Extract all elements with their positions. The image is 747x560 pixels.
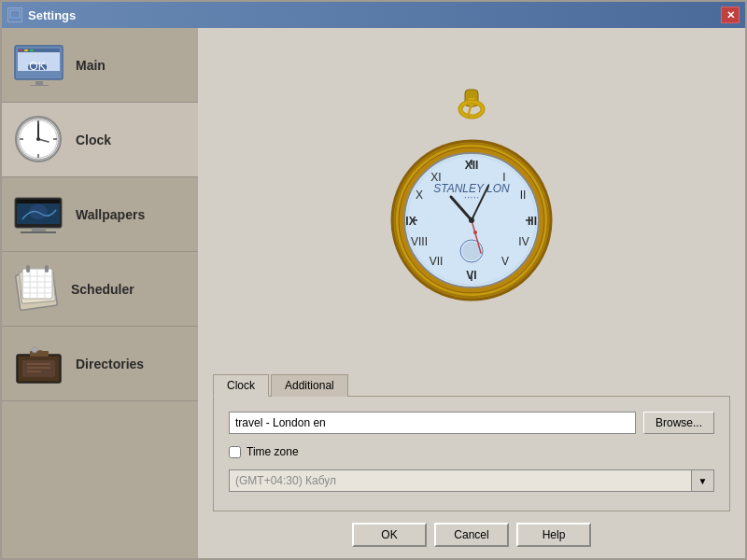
- tab-clock[interactable]: Clock: [213, 374, 269, 397]
- window-icon: [7, 7, 22, 22]
- svg-rect-26: [32, 228, 46, 231]
- main-content: STANLEY LON ····· XII III VI IX I II IV …: [198, 28, 745, 558]
- svg-text:VIII: VIII: [411, 235, 428, 248]
- svg-rect-7: [30, 49, 34, 51]
- pocket-watch-preview: STANLEY LON ····· XII III VI IX I II IV …: [378, 85, 565, 309]
- bottom-bar: OK Cancel Help: [198, 511, 745, 558]
- timezone-dropdown-row: (GMT+04:30) Кабул ▼: [229, 469, 714, 492]
- title-bar: Settings ✕: [2, 2, 745, 28]
- ok-button[interactable]: OK: [352, 523, 427, 547]
- sidebar: OK Main: [2, 28, 198, 558]
- sidebar-item-wallpapers[interactable]: Wallpapers: [2, 177, 198, 252]
- sidebar-main-label: Main: [76, 58, 106, 73]
- browse-button[interactable]: Browse...: [643, 412, 714, 434]
- directories-icon: [13, 342, 64, 386]
- scheduler-icon: [13, 263, 60, 315]
- tab-bar: Clock Additional: [213, 373, 730, 397]
- skin-input[interactable]: [229, 412, 636, 434]
- timezone-dropdown-button[interactable]: ▼: [692, 469, 714, 492]
- skin-row: Browse...: [229, 412, 714, 434]
- svg-point-17: [36, 137, 40, 141]
- settings-window: Settings ✕ OK Main: [0, 0, 747, 560]
- sidebar-item-main[interactable]: OK Main: [2, 28, 198, 103]
- wallpapers-icon: [13, 193, 64, 235]
- tabs-section: Clock Additional: [198, 366, 745, 397]
- sidebar-item-directories[interactable]: Directories: [2, 327, 198, 401]
- svg-rect-42: [22, 360, 55, 377]
- svg-rect-24: [17, 200, 60, 203]
- svg-text:X: X: [416, 189, 423, 202]
- tab-content: Browse... Time zone (GMT+04:30) Кабул ▼: [213, 397, 730, 511]
- sidebar-wallpapers-label: Wallpapers: [76, 207, 145, 222]
- clock-icon-sidebar: [13, 114, 64, 165]
- svg-text:·····: ·····: [464, 190, 480, 203]
- sidebar-directories-label: Directories: [76, 357, 144, 371]
- svg-rect-38: [26, 265, 30, 273]
- tab-additional[interactable]: Additional: [271, 374, 348, 397]
- timezone-label: Time zone: [247, 445, 299, 458]
- timezone-field: (GMT+04:30) Кабул: [229, 469, 692, 492]
- svg-rect-6: [24, 49, 28, 51]
- svg-text:II: II: [520, 189, 527, 202]
- title-bar-left: Settings: [7, 7, 76, 22]
- svg-rect-27: [21, 231, 56, 233]
- svg-text:IX: IX: [405, 215, 416, 228]
- svg-rect-4: [18, 49, 60, 52]
- svg-point-81: [469, 217, 474, 223]
- svg-text:XI: XI: [430, 171, 441, 184]
- svg-rect-47: [32, 347, 37, 353]
- timezone-checkbox-row: Time zone: [229, 445, 714, 458]
- svg-rect-10: [35, 81, 43, 85]
- svg-text:I: I: [502, 171, 505, 184]
- chevron-down-icon: ▼: [698, 476, 708, 486]
- timezone-checkbox[interactable]: [229, 446, 241, 458]
- clock-preview: STANLEY LON ····· XII III VI IX I II IV …: [198, 28, 745, 366]
- svg-rect-11: [30, 85, 49, 86]
- help-button[interactable]: Help: [516, 523, 591, 547]
- close-button[interactable]: ✕: [721, 7, 740, 23]
- svg-rect-39: [45, 265, 49, 273]
- sidebar-item-clock[interactable]: Clock: [2, 103, 198, 177]
- sidebar-clock-label: Clock: [76, 133, 111, 147]
- svg-text:V: V: [501, 255, 509, 268]
- sidebar-scheduler-label: Scheduler: [71, 282, 134, 297]
- window-body: OK Main: [2, 28, 745, 558]
- svg-text:OK: OK: [29, 60, 45, 73]
- svg-point-82: [473, 231, 477, 234]
- svg-text:III: III: [528, 215, 537, 228]
- svg-text:VII: VII: [430, 255, 444, 268]
- timezone-value: (GMT+04:30) Кабул: [235, 474, 336, 487]
- window-title: Settings: [28, 8, 76, 22]
- sidebar-item-scheduler[interactable]: Scheduler: [2, 252, 198, 327]
- svg-rect-5: [19, 49, 22, 51]
- svg-text:IV: IV: [518, 235, 529, 248]
- cancel-button[interactable]: Cancel: [434, 523, 509, 547]
- main-icon: OK: [13, 44, 64, 86]
- svg-rect-1: [11, 17, 19, 19]
- svg-rect-0: [10, 10, 20, 18]
